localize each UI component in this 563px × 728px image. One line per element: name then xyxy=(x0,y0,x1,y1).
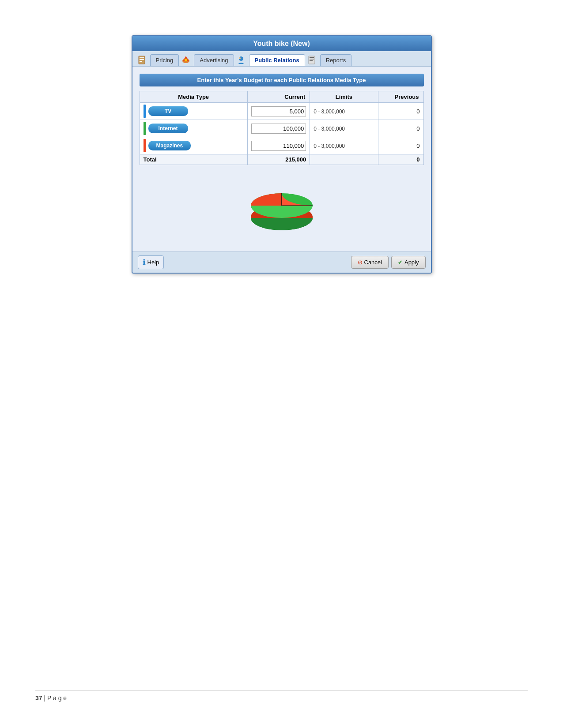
internet-button[interactable]: Internet xyxy=(148,124,188,133)
tv-limits-text: 0 - 3,000,000 xyxy=(314,109,345,115)
apply-label: Apply xyxy=(404,259,419,266)
main-window: Youth bike (New) Pricing xyxy=(132,35,432,274)
content-area: Enter this Year's Budget for each Public… xyxy=(132,67,431,251)
total-label: Total xyxy=(144,156,157,163)
total-current-cell: 215,000 xyxy=(247,154,310,165)
title-bar: Youth bike (New) xyxy=(132,36,431,51)
tv-previous-value: 0 xyxy=(416,108,419,115)
tab-advertising[interactable]: Advertising xyxy=(194,54,234,66)
apply-icon: ✔ xyxy=(398,259,403,266)
footer-actions: ⊘ Cancel ✔ Apply xyxy=(351,256,426,269)
svg-rect-12 xyxy=(310,60,313,61)
budget-table: Media Type Current Limits Previous xyxy=(140,91,424,165)
magazines-previous-cell: 0 xyxy=(378,137,423,154)
tab-pricing[interactable]: Pricing xyxy=(150,54,179,66)
chart-area xyxy=(140,165,424,244)
tab-reports-label: Reports xyxy=(326,57,346,64)
tab-bar: Pricing Advertising xyxy=(132,51,431,67)
magazines-current-input[interactable] xyxy=(251,141,306,151)
total-current-value: 215,000 xyxy=(285,156,306,163)
magazines-limits-text: 0 - 3,000,000 xyxy=(314,143,345,149)
table-row: Internet 0 - 3,000,000 0 xyxy=(140,120,423,137)
page-text: | P a g e xyxy=(44,694,67,702)
pricing-tab-icon xyxy=(137,55,147,65)
media-cell-internet: Internet xyxy=(140,120,247,137)
tab-pricing-label: Pricing xyxy=(156,57,174,64)
tab-reports[interactable]: Reports xyxy=(320,54,352,66)
internet-previous-cell: 0 xyxy=(378,120,423,137)
tab-public-relations[interactable]: Public Relations xyxy=(249,54,305,66)
section-header: Enter this Year's Budget for each Public… xyxy=(140,74,424,86)
help-button[interactable]: ℹ Help xyxy=(138,255,164,269)
cancel-icon: ⊘ xyxy=(358,259,363,266)
internet-limits-text: 0 - 3,000,000 xyxy=(314,126,345,132)
tv-limits-cell: 0 - 3,000,000 xyxy=(310,103,378,120)
col-header-media: Media Type xyxy=(140,91,247,103)
window-title: Youth bike (New) xyxy=(253,40,310,47)
col-header-current: Current xyxy=(247,91,310,103)
total-row: Total 215,000 0 xyxy=(140,154,423,165)
help-label: Help xyxy=(147,259,159,266)
internet-limits-cell: 0 - 3,000,000 xyxy=(310,120,378,137)
svg-point-6 xyxy=(185,59,187,61)
apply-button[interactable]: ✔ Apply xyxy=(391,256,426,269)
internet-previous-value: 0 xyxy=(416,125,419,132)
advertising-tab-icon xyxy=(181,55,191,65)
cancel-label: Cancel xyxy=(364,259,382,266)
help-icon: ℹ xyxy=(143,258,145,266)
col-header-previous: Previous xyxy=(378,91,423,103)
svg-rect-1 xyxy=(140,57,144,58)
tv-button[interactable]: TV xyxy=(148,106,188,116)
page-number: 37 xyxy=(35,694,42,702)
page-footer: 37 | P a g e xyxy=(35,690,528,702)
svg-rect-3 xyxy=(140,61,142,62)
cancel-button[interactable]: ⊘ Cancel xyxy=(351,256,389,269)
media-cell-magazines: Magazines xyxy=(140,137,247,154)
internet-current-input[interactable] xyxy=(251,124,306,134)
tv-color-bar xyxy=(144,105,146,118)
tv-current-input[interactable] xyxy=(251,106,306,116)
tab-pr-icon-container xyxy=(235,54,247,66)
svg-rect-10 xyxy=(310,57,314,58)
total-limits-cell xyxy=(310,154,378,165)
magazines-previous-value: 0 xyxy=(416,143,419,149)
tv-previous-cell: 0 xyxy=(378,103,423,120)
tab-advertising-icon-container xyxy=(180,54,192,66)
pie-chart xyxy=(238,178,326,236)
col-header-limits: Limits xyxy=(310,91,378,103)
footer-bar: ℹ Help ⊘ Cancel ✔ Apply xyxy=(132,251,431,273)
svg-point-8 xyxy=(239,57,241,59)
magazines-color-bar xyxy=(144,139,146,152)
total-previous-value: 0 xyxy=(416,156,419,163)
internet-current-cell xyxy=(247,120,310,137)
internet-color-bar xyxy=(144,122,146,135)
pr-tab-icon xyxy=(236,55,246,65)
magazines-limits-cell: 0 - 3,000,000 xyxy=(310,137,378,154)
reports-tab-icon xyxy=(307,55,317,65)
total-label-cell: Total xyxy=(140,154,247,165)
magazines-button[interactable]: Magazines xyxy=(148,141,191,150)
tv-current-cell xyxy=(247,103,310,120)
svg-rect-11 xyxy=(310,59,314,60)
media-cell-tv: TV xyxy=(140,103,247,120)
tab-advertising-label: Advertising xyxy=(200,57,228,64)
table-row: Magazines 0 - 3,000,000 0 xyxy=(140,137,423,154)
magazines-current-cell xyxy=(247,137,310,154)
table-row: TV 0 - 3,000,000 0 xyxy=(140,103,423,120)
total-previous-cell: 0 xyxy=(378,154,423,165)
tab-reports-icon-container xyxy=(306,54,318,66)
tab-pricing-icon-container xyxy=(136,54,148,66)
svg-rect-2 xyxy=(140,59,144,60)
tab-pr-label: Public Relations xyxy=(255,57,299,64)
